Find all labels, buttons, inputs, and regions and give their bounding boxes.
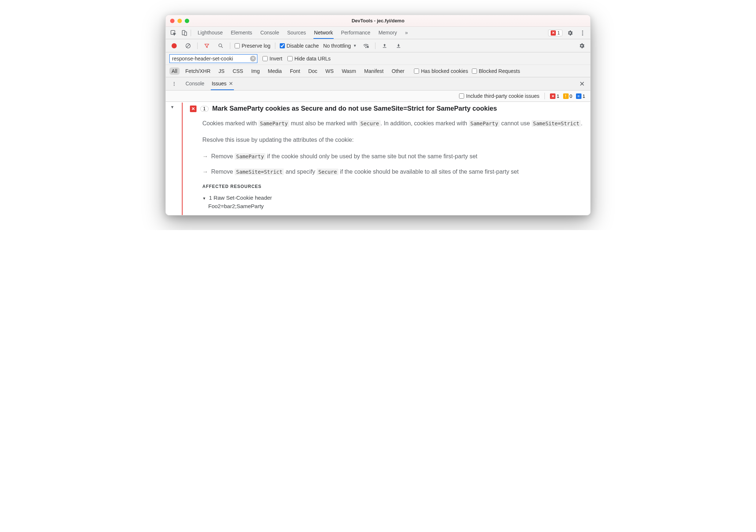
disable-cache-checkbox[interactable]: Disable cache: [280, 43, 319, 49]
issue-error-icon: ✕: [190, 106, 197, 112]
type-doc[interactable]: Doc: [306, 67, 320, 75]
type-img[interactable]: Img: [249, 67, 262, 75]
hide-data-urls-checkbox[interactable]: Hide data URLs: [287, 56, 331, 62]
include-third-party-checkbox[interactable]: Include third-party cookie issues: [459, 93, 539, 99]
type-ws[interactable]: WS: [323, 67, 336, 75]
warning-count-value: 0: [570, 93, 572, 99]
blocked-requests-label: Blocked Requests: [479, 68, 520, 74]
svg-rect-12: [383, 47, 386, 48]
divider: [197, 43, 198, 49]
tab-lighthouse[interactable]: Lighthouse: [197, 27, 224, 39]
tab-memory[interactable]: Memory: [378, 27, 398, 39]
warning-count-item[interactable]: ! 0: [563, 93, 572, 99]
text: must also be marked with: [289, 120, 359, 126]
type-media[interactable]: Media: [266, 67, 284, 75]
record-button[interactable]: [169, 41, 179, 51]
main-tabs: Lighthouse Elements Console Sources Netw…: [197, 27, 547, 39]
code: SameSite=Strict: [532, 120, 581, 127]
device-toolbar-icon[interactable]: [180, 28, 189, 38]
upload-har-icon[interactable]: [380, 41, 389, 51]
download-har-icon[interactable]: [394, 41, 403, 51]
blocked-requests-checkbox[interactable]: Blocked Requests: [472, 68, 520, 74]
divider: [230, 43, 230, 49]
resolution-item: → Remove SameParty if the cookie should …: [202, 151, 583, 161]
affected-resource-item[interactable]: ▼ 1 Raw Set-Cookie header: [202, 193, 583, 203]
maximize-window-button[interactable]: [185, 19, 189, 23]
more-menu-icon[interactable]: [578, 28, 587, 38]
resolution-item: → Remove SameSite=Strict and specify Sec…: [202, 167, 583, 177]
type-other[interactable]: Other: [389, 67, 407, 75]
text: Remove: [211, 153, 235, 159]
affected-resources-heading: AFFECTED RESOURCES: [202, 184, 583, 189]
clear-button[interactable]: [183, 41, 193, 51]
preserve-log-checkbox[interactable]: Preserve log: [235, 43, 271, 49]
invert-label: Invert: [269, 56, 282, 62]
drawer-tab-issues-label: Issues: [212, 81, 226, 86]
error-count-badge[interactable]: ✕ 1: [548, 30, 562, 36]
type-wasm[interactable]: Wasm: [340, 67, 358, 75]
issue-content: ✕ 1 Mark SameParty cookies as Secure and…: [179, 102, 590, 215]
type-fetch-xhr[interactable]: Fetch/XHR: [183, 67, 213, 75]
svg-rect-2: [184, 32, 187, 36]
issues-toolbar: Include third-party cookie issues ✕ 1 ! …: [166, 90, 590, 102]
arrow-icon: →: [202, 151, 208, 161]
filter-input[interactable]: [169, 54, 257, 63]
text: and specify: [284, 169, 317, 175]
toolbar-right: ✕ 1: [548, 28, 587, 38]
code: SameParty: [258, 120, 289, 127]
type-js[interactable]: JS: [216, 67, 227, 75]
text: Resolve this issue by updating the attri…: [202, 135, 583, 145]
type-css[interactable]: CSS: [230, 67, 245, 75]
close-window-button[interactable]: [170, 19, 175, 23]
minimize-window-button[interactable]: [177, 19, 182, 23]
tabs-overflow[interactable]: »: [404, 27, 409, 39]
throttling-select[interactable]: No throttling ▼: [323, 43, 357, 49]
type-manifest[interactable]: Manifest: [362, 67, 386, 75]
issue-severity-line: [182, 103, 183, 215]
type-all[interactable]: All: [169, 67, 180, 75]
info-count-item[interactable]: ≡ 1: [576, 93, 585, 99]
collapse-caret-icon[interactable]: ▼: [170, 105, 175, 109]
svg-rect-13: [397, 47, 400, 48]
text: .: [581, 120, 582, 126]
code: Secure: [359, 120, 381, 127]
network-settings-gear-icon[interactable]: [577, 41, 587, 51]
tab-network[interactable]: Network: [313, 27, 334, 39]
window-title: DevTools - jec.fyi/demo: [166, 18, 590, 23]
tab-performance[interactable]: Performance: [340, 27, 371, 39]
drawer-close-icon[interactable]: ✕: [577, 79, 587, 89]
drawer-tab-issues[interactable]: Issues ✕: [211, 78, 234, 90]
filter-input-wrap: ✕: [169, 54, 257, 63]
invert-checkbox[interactable]: Invert: [263, 56, 282, 62]
drawer-more-icon[interactable]: [169, 79, 179, 89]
clear-filter-icon[interactable]: ✕: [250, 56, 256, 62]
inspect-element-icon[interactable]: [169, 28, 178, 38]
tab-console[interactable]: Console: [260, 27, 280, 39]
settings-gear-icon[interactable]: [565, 28, 575, 38]
type-font[interactable]: Font: [288, 67, 302, 75]
drawer-tabs: Console Issues ✕ ✕: [166, 77, 590, 90]
close-tab-icon[interactable]: ✕: [229, 81, 233, 86]
search-icon[interactable]: [216, 41, 225, 51]
divider: [544, 93, 545, 99]
svg-point-10: [366, 47, 366, 48]
include-third-party-label: Include third-party cookie issues: [466, 93, 539, 99]
info-square-icon: ≡: [576, 93, 581, 99]
tab-elements[interactable]: Elements: [230, 27, 253, 39]
has-blocked-cookies-checkbox[interactable]: Has blocked cookies: [414, 68, 468, 74]
affected-resource-value: Foo2=bar2;SameParty: [208, 203, 583, 209]
issue-description: Cookies marked with SameParty must also …: [202, 118, 583, 177]
tab-sources[interactable]: Sources: [286, 27, 307, 39]
main-toolbar: Lighthouse Elements Console Sources Netw…: [166, 27, 590, 39]
error-count-item[interactable]: ✕ 1: [550, 93, 559, 99]
issue-header: ✕ 1 Mark SameParty cookies as Secure and…: [190, 105, 583, 112]
filter-toggle-icon[interactable]: [202, 41, 212, 51]
network-conditions-icon[interactable]: [361, 41, 371, 51]
svg-point-5: [582, 34, 583, 35]
resource-types-row: All Fetch/XHR JS CSS Img Media Font Doc …: [166, 65, 590, 77]
text: cannot use: [500, 120, 532, 126]
svg-line-9: [221, 47, 223, 48]
text: if the cookie should be available to all…: [338, 169, 519, 175]
divider: [275, 43, 275, 49]
drawer-tab-console[interactable]: Console: [185, 78, 205, 90]
